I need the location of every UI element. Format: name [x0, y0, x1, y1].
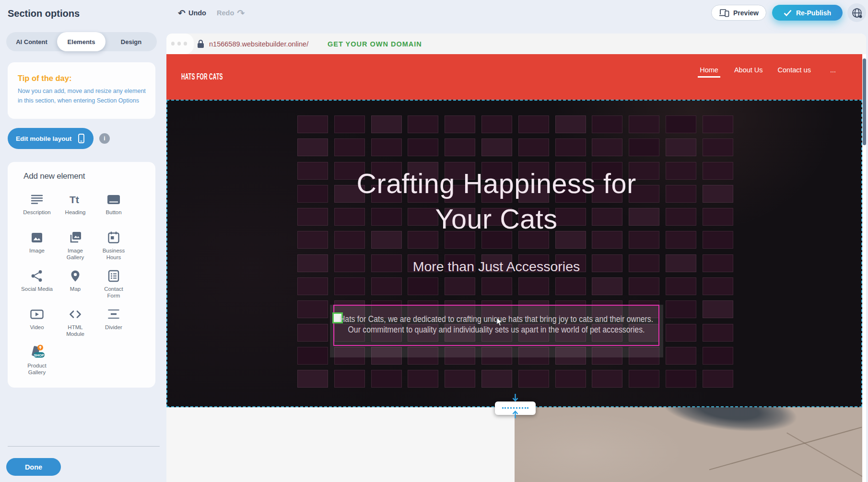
preview-button[interactable]: Preview: [711, 5, 766, 21]
tip-heading: Tip of the day:: [18, 74, 71, 83]
hero-tile: [555, 115, 586, 133]
hero-tile: [481, 138, 512, 156]
phone-icon: [78, 134, 84, 143]
hero-tile: [666, 115, 696, 133]
language-globe-button[interactable]: [847, 3, 866, 22]
element-label: Button: [106, 209, 121, 216]
hero-tile: [445, 370, 475, 388]
hero-tile: [592, 370, 622, 388]
republish-label: Re-Publish: [796, 9, 831, 17]
social-media-icon: [30, 268, 44, 284]
html-module-icon: [68, 307, 82, 322]
resize-arrow-up-icon: [512, 410, 519, 418]
hero-tile: [408, 370, 438, 388]
hero-heading-line2: Your Cats: [167, 201, 825, 237]
tab-elements[interactable]: Elements: [57, 32, 106, 51]
browser-dot: [184, 42, 188, 46]
element-label: ProductGallery: [27, 363, 47, 376]
map-icon: [69, 268, 82, 284]
nav-contactus[interactable]: Contact us: [778, 66, 811, 74]
hero-tile: [297, 115, 328, 133]
element-heading[interactable]: TtHeading: [56, 192, 94, 230]
edit-mobile-layout-button[interactable]: Edit mobile layout: [8, 128, 94, 149]
element-html-module[interactable]: HTMLModule: [56, 307, 94, 345]
hero-tile: [371, 115, 402, 133]
element-image-gallery[interactable]: ImageGallery: [56, 230, 94, 268]
hero-tile: [371, 370, 402, 388]
hero-tile: [334, 277, 365, 295]
hero-tile: [703, 347, 733, 365]
hero-tile: [445, 138, 475, 156]
hero-tile: [371, 277, 402, 295]
element-divider[interactable]: Divider: [94, 307, 133, 345]
hero-tile: [555, 370, 586, 388]
element-social-media[interactable]: Social Media: [18, 268, 56, 307]
tip-card: Tip of the day: Now you can add, move an…: [8, 62, 155, 119]
element-contact-form[interactable]: ContactForm: [94, 268, 133, 307]
redo-icon: ↷: [237, 10, 245, 16]
sidebar-separator: [8, 446, 160, 447]
redo-label: Redo: [217, 9, 234, 17]
resize-arrow-down-icon: [512, 394, 519, 402]
republish-button[interactable]: Re-Publish: [772, 5, 843, 21]
element-description[interactable]: Description: [18, 192, 56, 230]
hero-tile: [592, 277, 622, 295]
drag-dots: [502, 407, 528, 409]
preview-label: Preview: [733, 9, 759, 17]
done-button[interactable]: Done: [6, 458, 61, 476]
nav-[interactable]: ...: [830, 66, 836, 74]
hero-tile: [629, 370, 659, 388]
site-url[interactable]: n1566589.websitebuilder.online/: [209, 34, 308, 54]
hero-tile: [518, 115, 549, 133]
element-label: Social Media: [21, 286, 53, 293]
element-video[interactable]: Video: [18, 307, 56, 345]
info-icon[interactable]: i: [99, 133, 110, 144]
hero-section[interactable]: Crafting Happiness for Your Cats More th…: [166, 100, 862, 407]
page-title: Section options: [8, 8, 80, 19]
hero-subheading: More than Just Accessories: [167, 258, 825, 275]
preview-scrollbar[interactable]: [863, 58, 866, 145]
image-icon: [30, 230, 44, 245]
image-gallery-icon: [68, 230, 82, 245]
site-logo[interactable]: HATS FOR CATS: [181, 71, 223, 82]
hero-tile: [445, 277, 475, 295]
tab-ai-content[interactable]: AI Content: [6, 32, 57, 51]
nav-aboutus[interactable]: About Us: [734, 66, 763, 74]
video-icon: [30, 307, 44, 322]
add-element-title: Add new element: [23, 172, 85, 181]
element-label: ImageGallery: [67, 248, 84, 261]
get-domain-link[interactable]: GET YOUR OWN DOMAIN: [328, 34, 422, 54]
element-button[interactable]: Button: [94, 192, 133, 230]
nav-home[interactable]: Home: [700, 66, 718, 74]
hero-tile: [518, 138, 549, 156]
hero-tile: [408, 115, 438, 133]
hero-tile: [592, 115, 622, 133]
tab-design[interactable]: Design: [106, 32, 157, 51]
hero-tile: [629, 138, 659, 156]
browser-dot: [171, 42, 175, 46]
lock-icon: [197, 39, 204, 48]
browser-dot: [177, 42, 181, 46]
undo-button[interactable]: ↶ Undo: [178, 9, 206, 17]
hero-tile: [629, 277, 659, 295]
svg-text:SHOP: SHOP: [34, 353, 44, 357]
hero-tile: [334, 370, 365, 388]
next-section-stone-image: [515, 407, 862, 482]
hero-tile: [334, 115, 365, 133]
hero-tile: [334, 138, 365, 156]
redo-button[interactable]: Redo ↷: [217, 9, 245, 17]
add-element-panel: Add new element DescriptionTtHeadingButt…: [8, 162, 155, 388]
hero-tile: [555, 138, 586, 156]
heading-icon: Tt: [68, 192, 82, 207]
contact-form-icon: [107, 268, 120, 284]
hero-tile: [703, 138, 733, 156]
element-image[interactable]: Image: [18, 230, 56, 268]
hero-tile: [555, 277, 586, 295]
element-business-hours[interactable]: BusinessHours: [94, 230, 133, 268]
divider-icon: [107, 307, 120, 322]
hero-tile: [445, 115, 475, 133]
hero-tile: [481, 277, 512, 295]
element-label: Image: [29, 248, 45, 254]
element-map[interactable]: Map: [56, 268, 94, 307]
element-product-gallery[interactable]: SHOPProductGallery: [18, 345, 56, 383]
